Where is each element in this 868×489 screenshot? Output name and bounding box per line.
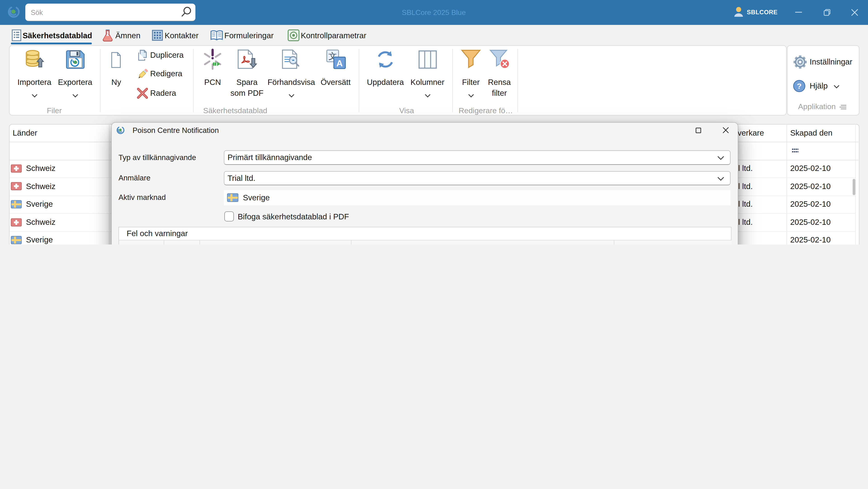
svg-text:?: ? bbox=[797, 82, 802, 90]
svg-text:A: A bbox=[336, 58, 343, 68]
